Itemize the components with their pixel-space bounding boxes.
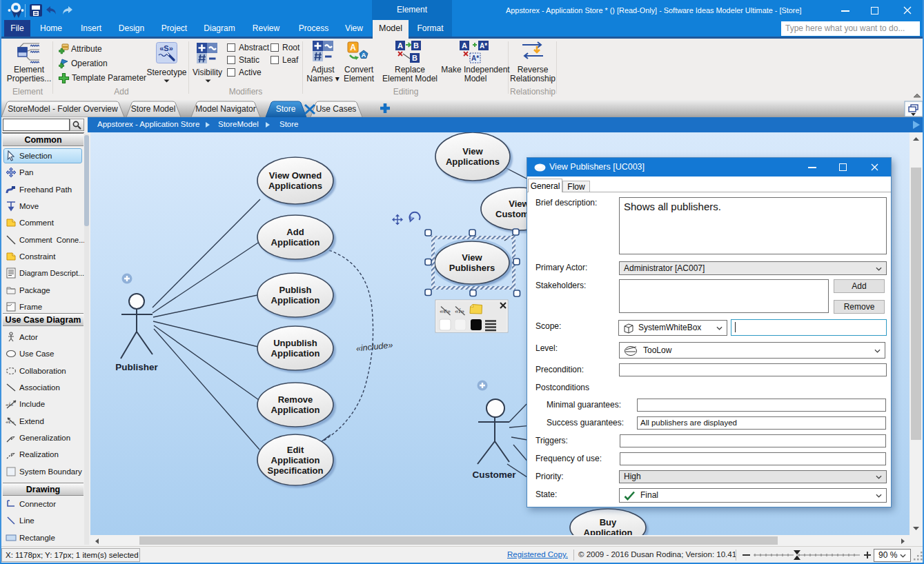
svg-text:Application: Application — [271, 348, 320, 359]
svg-text:Customer: Customer — [472, 470, 516, 480]
svg-text:Buy: Buy — [600, 517, 617, 527]
svg-text:Applications: Applications — [268, 181, 322, 191]
svg-text:«i»: «i» — [6, 401, 14, 407]
svg-text:A*: A* — [471, 54, 479, 62]
svg-text:Specification: Specification — [268, 465, 324, 476]
svg-text:View: View — [462, 252, 482, 263]
svg-text:B: B — [413, 41, 419, 50]
svg-text:A: A — [350, 43, 356, 52]
svg-text:Publishers: Publishers — [449, 263, 495, 273]
svg-text:Applications: Applications — [446, 157, 500, 167]
svg-text:B: B — [412, 54, 417, 62]
svg-text:«S»: «S» — [159, 44, 173, 52]
svg-text:Application: Application — [271, 295, 320, 305]
svg-text:Store Model: Store Model — [131, 104, 176, 114]
svg-text:Use Cases: Use Cases — [316, 104, 357, 114]
svg-text:A*: A* — [480, 42, 487, 50]
svg-text:Application: Application — [271, 405, 320, 415]
svg-text:View: View — [462, 146, 483, 157]
svg-text:Edit: Edit — [287, 445, 304, 455]
svg-text:A: A — [397, 41, 403, 50]
svg-text:A: A — [462, 41, 467, 50]
svg-text:Publish: Publish — [279, 285, 312, 295]
svg-text:Remove: Remove — [278, 394, 313, 405]
svg-text:Add: Add — [286, 227, 304, 237]
svg-text:Publisher: Publisher — [115, 362, 158, 372]
svg-text:View Owned: View Owned — [269, 170, 322, 181]
svg-text:A: A — [362, 51, 366, 59]
svg-text:Application: Application — [271, 237, 320, 248]
svg-text:Application: Application — [584, 527, 633, 535]
svg-text:Unpublish: Unpublish — [273, 338, 317, 348]
svg-text:Application: Application — [271, 455, 320, 465]
svg-text:StoreModel - Folder Overview: StoreModel - Folder Overview — [8, 104, 118, 114]
svg-text:Model Navigator: Model Navigator — [195, 104, 255, 114]
svg-text:Store: Store — [276, 104, 296, 114]
